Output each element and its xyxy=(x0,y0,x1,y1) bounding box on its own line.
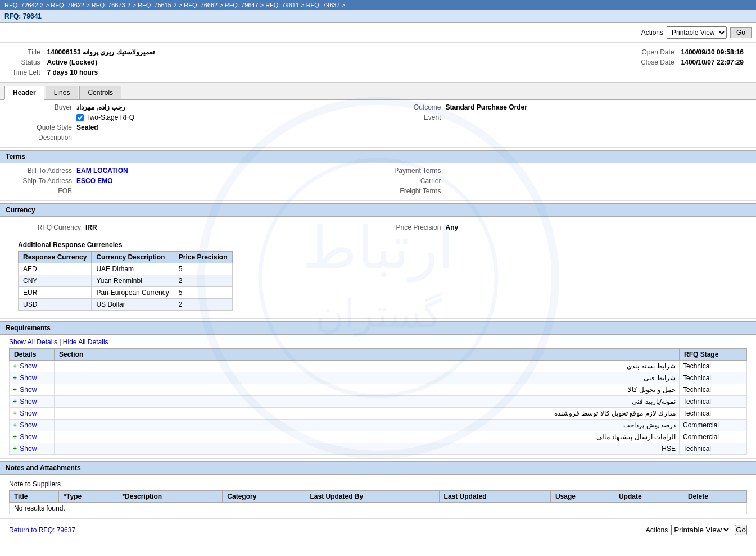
hide-all-link[interactable]: Hide All Details xyxy=(63,338,108,346)
buyer-field: Buyer رجب زاده, مهرداد xyxy=(9,103,378,111)
currency-header: Currency xyxy=(0,203,756,217)
freight-terms-field: Freight Terms xyxy=(378,187,748,195)
ship-to-link[interactable]: ESCO EMO xyxy=(76,177,113,185)
breadcrumb-rfq-72642[interactable]: RFQ: 72642-3 > xyxy=(4,2,51,8)
plus-icon: + xyxy=(13,386,17,394)
description-label: Description xyxy=(9,134,76,142)
requirement-row: + Show حمل و تحویل کالا Technical xyxy=(10,384,747,396)
tab-header[interactable]: Header xyxy=(4,86,44,100)
currency-cell-precision: 2 xyxy=(174,275,232,287)
two-stage-label: Two-Stage RFQ xyxy=(86,113,134,121)
currency-cell-currency: USD xyxy=(19,299,92,311)
rfq-currency-field: RFQ Currency IRR xyxy=(18,224,378,231)
no-results-cell: No results found. xyxy=(10,503,747,514)
breadcrumb-rfq-79611[interactable]: RFQ: 79611 > xyxy=(265,2,306,8)
bottom-go-button[interactable]: Go xyxy=(735,525,747,535)
bill-to-link[interactable]: EAM LOCATION xyxy=(76,167,128,175)
title-label: Title xyxy=(9,47,44,57)
requirements-header: Requirements xyxy=(0,321,756,335)
req-cell-details: + Show xyxy=(10,443,55,455)
currency-cell-currency: CNY xyxy=(19,275,92,287)
breadcrumb-rfq-79647[interactable]: RFQ: 79647 > xyxy=(225,2,265,8)
buyer-left: Buyer رجب زاده, مهرداد Two-Stage RFQ Quo… xyxy=(9,103,378,144)
attach-col-delete: Delete xyxy=(683,491,746,503)
main-info-right: Open Date 1400/09/30 09:58:16 Close Date… xyxy=(637,47,747,78)
requirements-section: Show All Details | Hide All Details Deta… xyxy=(0,335,756,459)
content: Buyer رجب زاده, مهرداد Two-Stage RFQ Quo… xyxy=(0,100,756,518)
price-precision-value: Any xyxy=(446,224,459,231)
attach-col-type: *Type xyxy=(59,491,117,503)
req-cell-rfq-stage: Commercial xyxy=(680,431,747,443)
breadcrumb-rfq-79622[interactable]: RFQ: 79622 > xyxy=(51,2,91,8)
breadcrumb-rfq-76662[interactable]: RFQ: 76662 > xyxy=(184,2,224,8)
breadcrumb-rfq-79637[interactable]: RFQ: 79637 > xyxy=(306,2,345,8)
req-cell-section: نمونه/یاربید فنی xyxy=(55,396,680,408)
return-link[interactable]: Return to RFQ: 79637 xyxy=(9,526,75,534)
currency-cell-description: Yuan Renminbi xyxy=(92,275,174,287)
requirement-row: + Show مدارك لازم موقع تحویل کالا توسط ف… xyxy=(10,408,747,420)
requirement-row: + Show شرایط بسته بندی Technical xyxy=(10,361,747,372)
breadcrumb-rfq-76673[interactable]: RFQ: 76673-2 > xyxy=(92,2,138,8)
notes-header: Notes and Attachments xyxy=(0,461,756,475)
two-stage-spacer xyxy=(9,113,76,121)
quote-style-field: Quote Style Sealed xyxy=(9,124,378,131)
requirement-row: + Show درصد پیش پرداخت Commercial xyxy=(10,420,747,431)
breadcrumb-rfq-75615[interactable]: RFQ: 75615-2 > xyxy=(138,2,184,8)
tab-controls[interactable]: Controls xyxy=(79,86,121,99)
buyer-label: Buyer xyxy=(9,103,76,111)
show-link[interactable]: Show xyxy=(20,445,37,453)
attach-col-title: Title xyxy=(10,491,59,503)
show-link[interactable]: Show xyxy=(20,409,37,417)
req-cell-details: + Show xyxy=(10,431,55,443)
printable-view-select[interactable]: Printable View xyxy=(667,26,727,39)
outcome-field: Outcome Standard Purchase Order xyxy=(378,103,748,111)
ship-to-label: Ship-To Address xyxy=(9,177,76,185)
bottom-printable-view-select[interactable]: Printable View xyxy=(671,525,731,535)
payment-terms-label: Payment Terms xyxy=(378,167,446,175)
show-all-link[interactable]: Show All Details xyxy=(9,338,57,346)
note-to-suppliers: Note to Suppliers xyxy=(9,480,747,488)
attach-col-updated: Last Updated xyxy=(439,491,550,503)
currencies-table: Response Currency Currency Description P… xyxy=(18,251,233,311)
col-rfq-stage: RFQ Stage xyxy=(680,349,747,361)
currency-row: EUR Pan-European Currency 5 xyxy=(19,287,233,299)
tabs: Header Lines Controls xyxy=(0,83,756,100)
rfq-title: RFQ: 79641 xyxy=(4,12,42,20)
two-stage-field: Two-Stage RFQ xyxy=(9,113,378,121)
req-cell-rfq-stage: Technical xyxy=(680,384,747,396)
bottom-bar: Return to RFQ: 79637 Actions Printable V… xyxy=(0,518,756,541)
req-cell-rfq-stage: Technical xyxy=(680,443,747,455)
close-date-label: Close Date xyxy=(637,57,677,67)
outcome-label: Outcome xyxy=(378,103,446,111)
req-cell-section: درصد پیش پرداخت xyxy=(55,420,680,431)
open-date-label: Open Date xyxy=(637,47,677,57)
show-link[interactable]: Show xyxy=(20,433,37,441)
attachments-table: Title *Type *Description Category Last U… xyxy=(9,490,747,514)
req-cell-details: + Show xyxy=(10,420,55,431)
requirements-table: Details Section RFQ Stage + Show شرایط ب… xyxy=(9,348,747,455)
req-cell-section: مدارك لازم موقع تحویل کالا توسط فروشنده xyxy=(55,408,680,420)
show-link[interactable]: Show xyxy=(20,362,37,370)
attach-col-updated-by: Last Updated By xyxy=(305,491,439,503)
show-link[interactable]: Show xyxy=(20,421,37,429)
notes-section: Note to Suppliers Title *Type *Descripti… xyxy=(0,475,756,518)
tab-lines[interactable]: Lines xyxy=(46,86,79,99)
two-stage-checkbox[interactable] xyxy=(76,114,84,121)
show-link[interactable]: Show xyxy=(20,386,37,394)
show-link[interactable]: Show xyxy=(20,398,37,405)
buyer-section: Buyer رجب زاده, مهرداد Two-Stage RFQ Quo… xyxy=(0,100,756,148)
col-response-currency: Response Currency xyxy=(19,252,92,263)
description-field: Description xyxy=(9,134,378,142)
rfq-currency-value: IRR xyxy=(85,224,97,231)
currency-cell-description: US Dollar xyxy=(92,299,174,311)
show-link[interactable]: Show xyxy=(20,374,37,382)
time-left-value: 7 days 10 hours xyxy=(44,67,158,78)
price-precision-label: Price Precision xyxy=(378,224,446,231)
currency-cell-precision: 2 xyxy=(174,299,232,311)
req-cell-details: + Show xyxy=(10,408,55,420)
plus-icon: + xyxy=(13,421,17,429)
currency-right: Price Precision Any xyxy=(378,224,739,234)
bill-to-label: Bill-To Address xyxy=(9,167,76,175)
go-button[interactable]: Go xyxy=(730,27,752,38)
terms-left: Bill-To Address EAM LOCATION Ship-To Add… xyxy=(9,167,378,197)
